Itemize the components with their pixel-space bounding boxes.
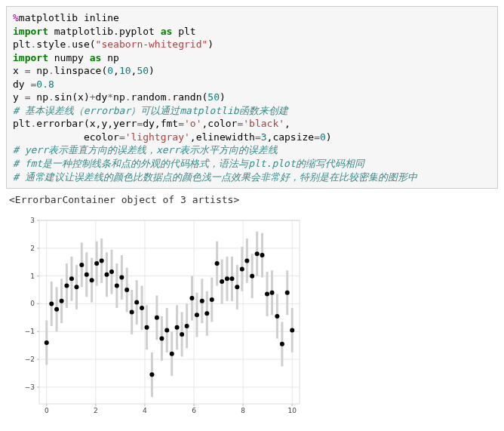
svg-point-84 (140, 306, 144, 310)
comment: # yerr表示垂直方向的误差线，xerr表示水平方向的误差线 (13, 144, 278, 155)
svg-point-90 (170, 351, 174, 356)
svg-point-89 (164, 328, 169, 332)
t: . (125, 91, 131, 103)
svg-text:1: 1 (30, 272, 35, 279)
svg-point-98 (210, 297, 214, 302)
svg-point-112 (280, 341, 284, 346)
svg-point-93 (185, 324, 189, 328)
svg-point-75 (94, 261, 99, 266)
svg-text:0: 0 (45, 407, 49, 414)
t: randn( (172, 91, 207, 103)
str-style: "seaborn-whitegrid" (96, 38, 208, 50)
svg-point-108 (260, 253, 265, 257)
num: 50 (137, 65, 149, 76)
svg-point-113 (285, 290, 290, 294)
svg-point-80 (119, 275, 124, 279)
num: 0.8 (36, 79, 54, 90)
t: dy,fmt (143, 118, 178, 129)
svg-point-111 (275, 314, 279, 319)
magic-percent: % (13, 12, 19, 23)
op-eq: = (178, 118, 184, 129)
svg-text:−3: −3 (25, 383, 35, 391)
alias-np: np (101, 52, 118, 63)
t: linspace( (54, 65, 107, 76)
t: plt (13, 38, 30, 50)
str: 'o' (184, 118, 201, 129)
output-repr: <ErrorbarContainer object of 3 artists> (6, 189, 498, 210)
t: ) (207, 38, 214, 50)
svg-point-67 (54, 306, 59, 311)
svg-point-104 (240, 266, 244, 271)
svg-point-102 (229, 276, 234, 281)
svg-point-77 (105, 272, 109, 276)
chart-svg: −3−2−101230246810 (9, 213, 307, 420)
t: sin(x) (54, 91, 90, 103)
svg-point-101 (225, 276, 229, 281)
magic-cmd: matplotlib inline (19, 12, 119, 23)
kw-as: as (90, 52, 102, 63)
t: dy (96, 91, 108, 103)
mod-mpl: matplotlib.pyplot (48, 26, 161, 37)
comment: # fmt是一种控制线条和点的外观的代码格式，语法与plt.plot的缩写代码相… (13, 158, 364, 169)
num: 0 (320, 131, 326, 143)
t: ) (220, 91, 226, 103)
svg-text:4: 4 (143, 407, 147, 414)
num: 10 (119, 65, 131, 76)
str: 'lightgray' (125, 131, 190, 143)
t: ,color (201, 118, 237, 129)
svg-point-94 (189, 296, 194, 300)
t: ) (149, 65, 155, 76)
svg-point-92 (180, 332, 184, 337)
t: . (48, 91, 54, 103)
t: np (30, 91, 48, 103)
svg-point-71 (74, 285, 78, 289)
svg-point-110 (270, 290, 275, 294)
svg-point-105 (244, 258, 249, 263)
errorbar-chart: −3−2−101230246810 (6, 210, 498, 420)
svg-point-83 (134, 300, 139, 304)
svg-point-68 (60, 298, 64, 303)
t: , (284, 118, 290, 129)
svg-point-82 (130, 309, 134, 314)
svg-point-70 (69, 276, 74, 281)
t: np (30, 65, 48, 76)
num: 0 (107, 65, 113, 76)
op-eq: = (119, 131, 125, 143)
svg-text:2: 2 (94, 407, 98, 414)
svg-point-88 (159, 336, 164, 340)
svg-point-99 (215, 261, 220, 266)
kw-import: import (13, 26, 48, 37)
svg-point-81 (124, 288, 129, 292)
t: dy (13, 79, 30, 90)
t: ) (326, 131, 332, 143)
t: use( (72, 38, 95, 50)
num: 3 (261, 131, 267, 143)
svg-point-85 (145, 325, 149, 329)
svg-text:10: 10 (288, 407, 297, 414)
svg-point-79 (115, 283, 119, 288)
t: ecolor (13, 131, 119, 143)
svg-point-107 (255, 251, 260, 256)
svg-text:−1: −1 (25, 328, 35, 335)
svg-text:2: 2 (30, 244, 35, 251)
svg-point-106 (250, 273, 254, 278)
t: y (13, 91, 25, 103)
op-plus: + (90, 91, 96, 103)
svg-text:3: 3 (30, 217, 35, 224)
kw-as: as (161, 26, 173, 37)
svg-point-65 (45, 340, 49, 345)
svg-point-73 (85, 272, 89, 276)
code-cell: %matplotlib inline import matplotlib.pyp… (6, 6, 498, 189)
svg-text:−2: −2 (25, 356, 35, 363)
t: plt (13, 118, 30, 129)
svg-point-95 (195, 312, 199, 317)
svg-point-109 (265, 291, 269, 296)
svg-point-87 (155, 316, 159, 320)
t: x (13, 65, 25, 76)
t: ,elinewidth (190, 131, 255, 143)
svg-point-76 (100, 258, 104, 263)
t: , (113, 65, 119, 76)
svg-point-91 (175, 325, 180, 329)
t: ,capsize (267, 131, 315, 143)
svg-point-72 (79, 263, 84, 267)
